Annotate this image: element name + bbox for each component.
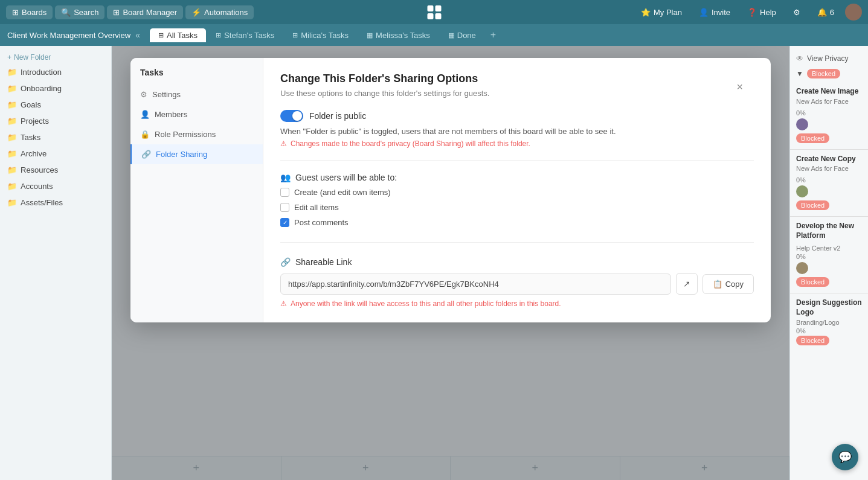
link-warn-text: Anyone with the link will have access to…	[291, 299, 561, 308]
help-icon: ❓	[747, 8, 757, 17]
blocked-badge-3: Blocked	[796, 277, 829, 287]
rp-item-sub-1: New Ads for Face	[796, 98, 862, 105]
sidebar-item-resources[interactable]: 📁 Resources	[0, 162, 111, 178]
checkbox-create[interactable]	[280, 188, 289, 197]
settings-button[interactable]: ⚙	[787, 5, 806, 19]
checkbox-create-label: Create (and edit own items)	[294, 188, 391, 197]
warning-icon: ⚠	[280, 139, 287, 148]
search-button[interactable]: 🔍 Search	[55, 5, 104, 19]
notifications-button[interactable]: 🔔 6	[811, 5, 840, 19]
board-manager-label: Board Manager	[123, 8, 177, 17]
modal-overlay[interactable]: Tasks ⚙ Settings 👤 Members 🔒 Role Permis…	[112, 46, 789, 480]
add-tab-button[interactable]: +	[486, 27, 501, 43]
user-avatar[interactable]	[845, 4, 862, 21]
sidebar-item-label: Tasks	[21, 133, 40, 142]
plus-icon: +	[7, 53, 11, 62]
close-button[interactable]: ×	[736, 81, 743, 94]
plan-icon: ⭐	[641, 8, 651, 17]
sidebar-item-accounts[interactable]: 📁 Accounts	[0, 178, 111, 194]
folder-public-description: When "Folder is public" is toggled, user…	[280, 127, 754, 136]
rp-item-sub-2: New Ads for Face	[796, 165, 862, 172]
automations-icon: ⚡	[191, 8, 201, 17]
checkbox-edit-items[interactable]: Edit all items	[280, 200, 754, 215]
folder-icon: 📁	[7, 68, 17, 77]
tab-icon: ▦	[367, 31, 373, 39]
checkbox-comments[interactable]: ✓	[280, 218, 289, 227]
link-input[interactable]	[280, 274, 671, 295]
tab-label: Milica's Tasks	[301, 31, 349, 40]
breadcrumb-title: Client Work Management Overview	[7, 31, 130, 40]
folder-icon: 📁	[7, 165, 17, 174]
modal-nav-role-permissions[interactable]: 🔒 Role Permissions	[130, 124, 263, 144]
rp-item-2: Create New Copy New Ads for Face 0% Bloc…	[790, 152, 868, 213]
boards-button[interactable]: ⊞ Boards	[6, 5, 53, 19]
tab-icon: ▦	[448, 31, 454, 39]
eye-icon: 👁	[796, 54, 803, 63]
search-label: Search	[74, 8, 98, 17]
chat-icon: 💬	[838, 450, 852, 464]
folder-public-row: Folder is public	[280, 110, 754, 122]
sidebar-item-goals[interactable]: 📁 Goals	[0, 97, 111, 113]
tab-label: Stefan's Tasks	[224, 31, 274, 40]
board-manager-button[interactable]: ⊞ Board Manager	[107, 5, 183, 19]
automations-button[interactable]: ⚡ Automations	[185, 5, 254, 19]
rp-item-pct-1: 0%	[796, 109, 862, 117]
sidebar-item-assets[interactable]: 📁 Assets/Files	[0, 194, 111, 211]
modal-nav-settings-label: Settings	[152, 90, 181, 99]
help-button[interactable]: ❓ Help	[741, 5, 782, 19]
checkbox-post-comments[interactable]: ✓ Post comments	[280, 215, 754, 230]
checkbox-edit[interactable]	[280, 203, 289, 212]
folder-icon: 📁	[7, 84, 17, 93]
checkbox-create-items[interactable]: Create (and edit own items)	[280, 185, 754, 200]
modal-content: Change This Folder's Sharing Options × U…	[263, 58, 771, 322]
toggle-knob	[292, 111, 302, 121]
tab-label: Done	[457, 31, 476, 40]
boards-icon: ⊞	[12, 8, 19, 17]
copy-button[interactable]: 📋 Copy	[702, 274, 754, 294]
invite-icon: 👤	[699, 8, 709, 17]
external-link-icon: ↗	[683, 279, 690, 289]
modal-nav-members-label: Members	[155, 110, 187, 119]
settings-icon: ⚙	[140, 90, 147, 99]
rp-avatar-row-3	[796, 262, 862, 274]
chat-button[interactable]: 💬	[832, 444, 858, 470]
tab-done[interactable]: ▦ Done	[440, 28, 484, 42]
checkbox-comments-label: Post comments	[294, 218, 349, 227]
board-manager-icon: ⊞	[113, 8, 120, 17]
new-folder-button[interactable]: + New Folder	[0, 51, 111, 64]
modal-nav-members[interactable]: 👤 Members	[130, 104, 263, 124]
rp-item-title-3: Develop the New Platform	[796, 222, 862, 240]
tab-melissa-tasks[interactable]: ▦ Melissa's Tasks	[358, 28, 439, 42]
my-plan-button[interactable]: ⭐ My Plan	[635, 5, 688, 19]
sidebar-item-projects[interactable]: 📁 Projects	[0, 113, 111, 129]
tab-all-tasks[interactable]: ⊞ All Tasks	[150, 28, 206, 42]
shareable-link-title: 🔗 Shareable Link	[280, 257, 754, 267]
view-privacy-header[interactable]: 👁 View Privacy	[790, 51, 868, 66]
sidebar-item-tasks[interactable]: 📁 Tasks	[0, 129, 111, 146]
main-layout: + New Folder 📁 Introduction 📁 Onboarding…	[0, 46, 868, 480]
blocked-badge-2: Blocked	[796, 200, 829, 210]
modal-subtitle: Use these options to change this folder'…	[280, 89, 754, 98]
modal-nav-folder-sharing[interactable]: 🔗 Folder Sharing	[130, 144, 263, 164]
rp-item-title-1: Create New Image	[796, 87, 862, 97]
folder-public-toggle[interactable]	[280, 110, 303, 122]
tab-icon: ⊞	[292, 31, 298, 39]
invite-button[interactable]: 👤 Invite	[693, 5, 736, 19]
blocked-badge-main: Blocked	[807, 69, 840, 78]
tab-milica-tasks[interactable]: ⊞ Milica's Tasks	[284, 28, 357, 42]
mini-avatar	[796, 262, 808, 274]
shareable-link-label: Shareable Link	[295, 257, 352, 267]
folder-icon: 📁	[7, 182, 17, 191]
folder-public-label: Folder is public	[309, 111, 366, 121]
sidebar-item-archive[interactable]: 📁 Archive	[0, 146, 111, 162]
modal-header: Change This Folder's Sharing Options ×	[280, 72, 754, 85]
sidebar-item-introduction[interactable]: 📁 Introduction	[0, 64, 111, 80]
modal-nav-settings[interactable]: ⚙ Settings	[130, 85, 263, 104]
collapse-icon[interactable]: «	[135, 30, 140, 40]
rp-item-title-4: Design Suggestion Logo	[796, 298, 862, 317]
settings-icon: ⚙	[793, 8, 800, 17]
sidebar-item-onboarding[interactable]: 📁 Onboarding	[0, 80, 111, 97]
open-link-button[interactable]: ↗	[676, 273, 698, 295]
tab-stefan-tasks[interactable]: ⊞ Stefan's Tasks	[207, 28, 283, 42]
help-label: Help	[760, 8, 776, 17]
